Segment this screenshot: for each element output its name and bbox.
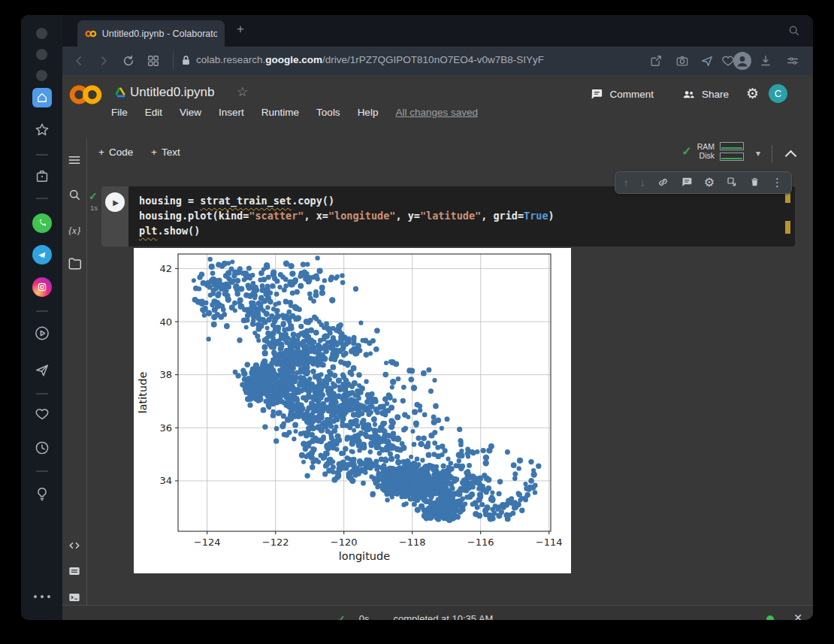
- notebook-toolbar: +Code +Text ✓ RAM Disk ▾: [62, 139, 813, 169]
- menu-edit[interactable]: Edit: [145, 107, 162, 118]
- site-security[interactable]: [179, 53, 194, 68]
- ram-gauge: [720, 142, 744, 150]
- collapse-header-button[interactable]: [785, 150, 797, 162]
- cell-toolbar: ↑ ↓ ⚙: [615, 171, 792, 194]
- ram-label: RAM: [697, 143, 715, 151]
- close-status-bar-icon[interactable]: ✕: [793, 612, 802, 620]
- share-button[interactable]: Share: [681, 87, 729, 101]
- link-cell-button[interactable]: [657, 176, 669, 190]
- tab-tiles-button[interactable]: [146, 53, 161, 68]
- table-of-contents-button[interactable]: [67, 153, 82, 171]
- cell-settings-gear-icon[interactable]: ⚙: [704, 177, 715, 188]
- home-button[interactable]: [32, 88, 52, 107]
- favorites-button[interactable]: [34, 122, 50, 138]
- reload-button[interactable]: [121, 53, 136, 68]
- star-badge-icon: [34, 122, 50, 138]
- code-cell[interactable]: ▶ housing = strat_train_set.copy() housi…: [101, 186, 795, 246]
- move-cell-up-icon[interactable]: ↑: [624, 177, 629, 188]
- tab-title: Untitled0.ipynb - Colaboratory: [102, 29, 217, 39]
- menu-file[interactable]: File: [111, 107, 128, 118]
- execution-status: ✓ 0s completed at 10:35 AM: [337, 606, 493, 620]
- files-panel-button[interactable]: [67, 256, 82, 274]
- menu-tools[interactable]: Tools: [316, 107, 340, 118]
- cell-run-column: ▶: [101, 186, 128, 246]
- screenshot-button[interactable]: [675, 53, 690, 68]
- mirror-cell-button[interactable]: [726, 176, 738, 189]
- send-button[interactable]: [33, 361, 50, 379]
- menu-view[interactable]: View: [180, 107, 201, 118]
- user-avatar[interactable]: C: [769, 84, 787, 103]
- variables-panel-button[interactable]: {x}: [68, 225, 80, 237]
- cell-output-figure: −124−122−120−118−116−1143436384042longit…: [134, 248, 571, 573]
- window-control-1[interactable]: [36, 28, 47, 39]
- code-snippets-button[interactable]: [67, 538, 82, 556]
- toolbar-divider: [772, 145, 772, 163]
- add-code-button[interactable]: +Code: [98, 147, 133, 158]
- comment-cell-button[interactable]: [681, 176, 693, 189]
- run-cell-button[interactable]: ▶: [105, 192, 125, 212]
- instagram-button[interactable]: [32, 277, 52, 297]
- menu-help[interactable]: Help: [358, 107, 379, 118]
- browser-toolbar: colab.research.google.com/drive/1rPZ7QGI…: [62, 47, 813, 75]
- people-icon: [681, 87, 696, 101]
- share-box-icon: [648, 53, 663, 68]
- cell-overflow-menu-icon[interactable]: ⋮: [772, 177, 783, 188]
- forward-button[interactable]: [96, 53, 111, 68]
- window-control-3[interactable]: [36, 70, 47, 81]
- delete-cell-button[interactable]: [749, 176, 760, 189]
- command-palette-button[interactable]: [67, 564, 82, 582]
- code-line: housing.plot(kind="scatter", x="longitud…: [139, 210, 554, 222]
- url-domain: google.com: [265, 54, 322, 65]
- menu-insert[interactable]: Insert: [219, 107, 244, 118]
- address-bar[interactable]: colab.research.google.com/drive/1rPZ7QGI…: [196, 54, 544, 65]
- star-notebook-icon[interactable]: ☆: [237, 84, 248, 100]
- browser-profile-button[interactable]: [733, 51, 752, 71]
- share-page-button[interactable]: [648, 53, 663, 68]
- ideas-button[interactable]: [34, 485, 50, 502]
- comment-label: Comment: [609, 89, 654, 100]
- notebook-title[interactable]: Untitled0.ipynb: [130, 85, 214, 100]
- shopping-button[interactable]: [34, 168, 50, 184]
- settings-gear-icon[interactable]: ⚙: [746, 85, 759, 102]
- search-panel-button[interactable]: [67, 187, 82, 205]
- browser-settings-button[interactable]: [785, 53, 800, 68]
- favorites-heart-button[interactable]: [34, 406, 50, 422]
- colab-logo-icon: [68, 83, 104, 107]
- back-button[interactable]: [71, 53, 86, 68]
- whatsapp-button[interactable]: [32, 213, 52, 233]
- add-text-button[interactable]: +Text: [151, 147, 180, 158]
- instagram-icon: [36, 281, 48, 293]
- code-editor[interactable]: housing = strat_train_set.copy() housing…: [128, 186, 795, 246]
- svg-text:38: 38: [159, 369, 172, 380]
- browser-tab[interactable]: Untitled0.ipynb - Colaboratory: [77, 20, 225, 47]
- comment-button[interactable]: Comment: [590, 87, 654, 101]
- new-tab-button[interactable]: +: [237, 22, 244, 37]
- media-button[interactable]: [33, 325, 50, 342]
- tab-search-button[interactable]: [787, 23, 801, 41]
- menu-runtime[interactable]: Runtime: [261, 107, 299, 118]
- window-control-2[interactable]: [36, 49, 47, 60]
- toolbar-divider: [173, 52, 174, 70]
- resources-caret-icon[interactable]: ▾: [756, 148, 760, 159]
- telegram-button[interactable]: [32, 245, 52, 265]
- paper-plane-icon: [33, 361, 50, 379]
- telegram-icon: [36, 249, 47, 261]
- move-cell-down-icon[interactable]: ↓: [640, 177, 645, 188]
- dot: [41, 595, 44, 598]
- save-status[interactable]: All changes saved: [395, 107, 478, 118]
- drive-icon: [115, 86, 127, 98]
- cell-success-check-icon: ✓: [89, 190, 98, 202]
- colab-app: Untitled0.ipynb ☆ File Edit View Insert …: [62, 75, 813, 620]
- code-brackets-icon: [67, 538, 82, 553]
- history-button[interactable]: [34, 440, 50, 456]
- downloads-button[interactable]: [758, 53, 773, 68]
- send-page-button[interactable]: [700, 53, 715, 68]
- cell-exec-time: 1s: [90, 204, 98, 212]
- resources-indicator[interactable]: ✓ RAM Disk: [681, 142, 744, 161]
- url-prefix: colab.research.: [196, 54, 265, 65]
- colab-tab-icon: [85, 29, 97, 38]
- svg-text:longitude: longitude: [339, 550, 390, 562]
- add-text-label: Text: [162, 147, 180, 158]
- dock-more-button[interactable]: [34, 595, 50, 598]
- warning-ruler-mark: [785, 221, 790, 234]
